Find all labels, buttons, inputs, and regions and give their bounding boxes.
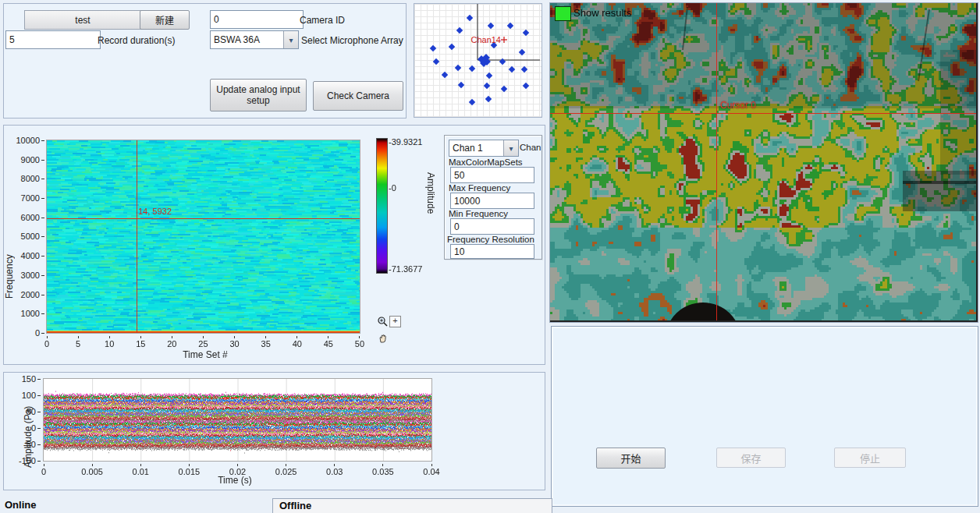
zoom-tool-button[interactable]: +	[377, 316, 401, 330]
max-colormap-sets-input[interactable]: 50	[450, 167, 534, 183]
tick-label: 10000	[16, 136, 44, 145]
tick-label: 5	[69, 336, 87, 348]
session-name-control[interactable]: test	[24, 10, 141, 30]
tick-label: 35	[257, 336, 275, 348]
chan-select[interactable]: Chan 1 ▾	[449, 140, 519, 157]
waveform-xlabel: Time (s)	[196, 475, 274, 486]
chan-value: Chan 1	[449, 143, 503, 154]
hand-icon	[377, 332, 389, 347]
tick-label: 5000	[21, 232, 44, 241]
max-frequency-label: Max Frequency	[449, 183, 510, 193]
acoustic-camera-app: test 新建 5 Record duration(s) 0 Camera ID…	[0, 0, 980, 513]
amplitude-colorbar	[376, 138, 388, 274]
tick-label: 20	[162, 336, 181, 348]
setup-panel: test 新建 5 Record duration(s) 0 Camera ID…	[3, 3, 407, 119]
tick-label: 0	[37, 336, 56, 348]
tick-label: 10	[100, 336, 119, 348]
mic-array-plot-panel: Chan14	[414, 3, 542, 118]
mic-array-select[interactable]: BSWA 36A ▾	[210, 30, 299, 49]
tick-label: 6000	[21, 213, 44, 222]
frequency-resolution-label: Frequency Resolution	[447, 235, 534, 244]
show-results-checkbox[interactable]	[555, 6, 571, 21]
spectrogram-canvas[interactable]	[47, 140, 360, 333]
tick-label: 100	[22, 391, 41, 400]
spectrogram-panel: Frequency 100009000800070006000500040003…	[3, 125, 545, 365]
mic-array-label: Select Microphone Array	[301, 35, 403, 46]
camera-cursor-label: Cursor 0	[720, 100, 756, 111]
colorbar-max-label: -39.9321	[389, 137, 422, 147]
tick-label: 0.035	[370, 464, 396, 476]
save-button[interactable]: 保存	[716, 448, 786, 468]
mic-array-value: BSWA 36A	[211, 34, 283, 45]
magnifier-icon	[377, 316, 389, 330]
tick-label: 3000	[21, 271, 44, 280]
spectrogram-ylabel: Frequency	[4, 174, 15, 299]
update-analog-input-button[interactable]: Update analog input setup	[210, 79, 307, 111]
waveform-yaxis: 150100500-50-100	[10, 374, 41, 465]
chevron-down-icon[interactable]: ▾	[503, 140, 518, 156]
run-control-panel: 开始 保存 停止	[551, 326, 978, 507]
tick-label: 45	[319, 336, 338, 348]
record-duration-label: Record duration(s)	[98, 35, 175, 46]
pan-tool-button[interactable]	[377, 332, 389, 347]
waveform-panel: Amplitude (Pa) 150100500-50-100 00.0050.…	[3, 372, 545, 490]
tick-label: 25	[194, 336, 212, 348]
offline-status-label: Offline	[279, 500, 311, 511]
stop-button[interactable]: 停止	[834, 448, 906, 468]
tick-label: 0.005	[79, 464, 105, 476]
camera-id-input[interactable]: 0	[210, 10, 304, 29]
spectrogram-cursor-vline[interactable]	[137, 140, 137, 333]
colorbar-min-label: -71.3677	[389, 264, 422, 274]
tick-label: -50	[23, 440, 41, 449]
tick-label: 0	[31, 423, 41, 433]
online-status-label: Online	[5, 499, 36, 511]
frequency-resolution-input[interactable]: 10	[450, 244, 534, 259]
colorbar-mid-label: -0	[389, 183, 396, 193]
tick-label: 15	[131, 336, 150, 348]
tick-label: 0.025	[273, 464, 300, 476]
tick-label: 7000	[21, 193, 44, 203]
camera-cursor-vline[interactable]	[716, 3, 717, 320]
tick-label: 30	[225, 336, 244, 348]
tick-label: 4000	[21, 251, 44, 260]
tick-label: 50	[350, 336, 369, 348]
camera-view[interactable]: Cursor 0 Show results	[549, 2, 978, 323]
record-duration-input[interactable]: 5	[5, 30, 101, 49]
tick-label: 50	[27, 407, 41, 416]
check-camera-button[interactable]: Check Camera	[313, 81, 403, 111]
spectrogram-xlabel: Time Set #	[166, 349, 244, 360]
tick-label: 150	[22, 374, 41, 384]
new-session-button[interactable]: 新建	[140, 10, 190, 30]
spectrogram-cursor-hline[interactable]	[47, 218, 360, 219]
camera-cursor-hline[interactable]	[550, 113, 976, 114]
tick-label: 9000	[21, 155, 44, 165]
waveform-canvas[interactable]	[44, 379, 431, 461]
tick-label: 0.01	[127, 464, 154, 476]
chevron-down-icon[interactable]: ▾	[283, 31, 298, 48]
colorbar-title: Amplitude	[425, 172, 436, 242]
max-colormap-sets-label: MaxColorMapSets	[449, 157, 523, 167]
zoom-mode-box[interactable]: +	[389, 316, 401, 327]
tick-label: 0.04	[418, 464, 445, 476]
min-frequency-input[interactable]: 0	[450, 218, 534, 235]
camera-id-label: Camera ID	[300, 15, 345, 26]
camera-image-canvas	[550, 3, 976, 320]
tick-label: 0.03	[321, 464, 348, 476]
spectrogram-cursor-label: 14, 5932	[138, 207, 172, 216]
tick-label: 0	[30, 464, 57, 476]
spectrogram-xaxis: 05101520253035404550	[37, 336, 369, 348]
min-frequency-label: Min Frequency	[449, 209, 508, 218]
max-frequency-input[interactable]: 10000	[450, 193, 534, 209]
tick-label: 2000	[21, 290, 44, 299]
svg-text:Chan14: Chan14	[470, 35, 501, 44]
mic-array-scatter: Chan14	[414, 4, 540, 115]
analysis-controls: Chan 1 ▾ Chan MaxColorMapSets 50 Max Fre…	[444, 135, 542, 260]
tick-label: 40	[288, 336, 307, 348]
chan-label: Chan	[520, 143, 541, 152]
show-results-label: Show results	[573, 7, 631, 19]
tick-label: 8000	[21, 174, 44, 183]
spectrogram-yaxis: 1000090008000700060005000400030002000100…	[15, 136, 44, 338]
start-button[interactable]: 开始	[596, 448, 666, 469]
offline-status-panel: Offline	[272, 498, 552, 513]
tick-label: 1000	[21, 309, 44, 318]
